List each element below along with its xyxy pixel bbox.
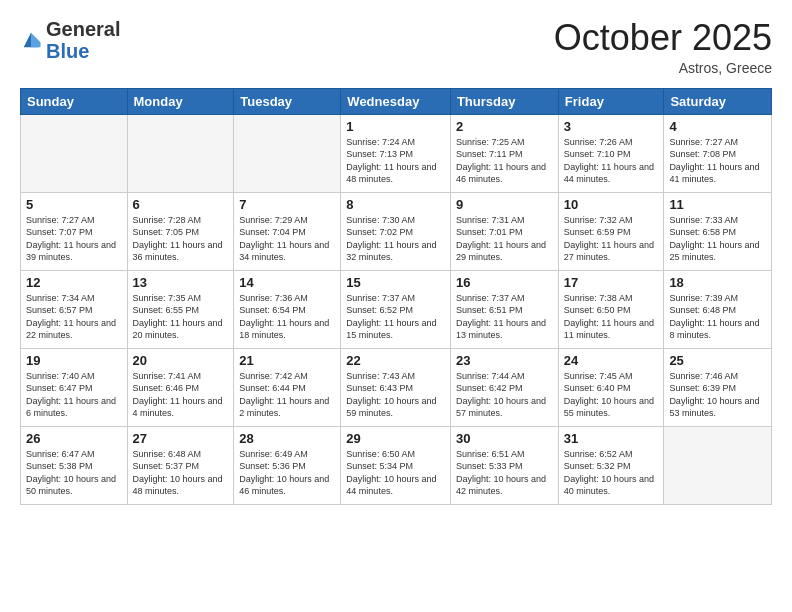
day-cell: 1Sunrise: 7:24 AM Sunset: 7:13 PM Daylig…: [341, 114, 451, 192]
day-info: Sunrise: 7:34 AM Sunset: 6:57 PM Dayligh…: [26, 292, 122, 342]
day-number: 26: [26, 431, 122, 446]
day-cell: 28Sunrise: 6:49 AM Sunset: 5:36 PM Dayli…: [234, 426, 341, 504]
day-info: Sunrise: 7:41 AM Sunset: 6:46 PM Dayligh…: [133, 370, 229, 420]
day-number: 5: [26, 197, 122, 212]
header-wednesday: Wednesday: [341, 88, 451, 114]
header: General Blue October 2025 Astros, Greece: [20, 18, 772, 76]
day-info: Sunrise: 6:51 AM Sunset: 5:33 PM Dayligh…: [456, 448, 553, 498]
day-cell: 18Sunrise: 7:39 AM Sunset: 6:48 PM Dayli…: [664, 270, 772, 348]
day-info: Sunrise: 6:50 AM Sunset: 5:34 PM Dayligh…: [346, 448, 445, 498]
day-number: 31: [564, 431, 659, 446]
day-info: Sunrise: 7:35 AM Sunset: 6:55 PM Dayligh…: [133, 292, 229, 342]
day-cell: 21Sunrise: 7:42 AM Sunset: 6:44 PM Dayli…: [234, 348, 341, 426]
day-cell: 3Sunrise: 7:26 AM Sunset: 7:10 PM Daylig…: [558, 114, 664, 192]
day-cell: 8Sunrise: 7:30 AM Sunset: 7:02 PM Daylig…: [341, 192, 451, 270]
day-number: 7: [239, 197, 335, 212]
day-info: Sunrise: 7:27 AM Sunset: 7:08 PM Dayligh…: [669, 136, 766, 186]
day-info: Sunrise: 7:26 AM Sunset: 7:10 PM Dayligh…: [564, 136, 659, 186]
day-info: Sunrise: 7:33 AM Sunset: 6:58 PM Dayligh…: [669, 214, 766, 264]
day-number: 10: [564, 197, 659, 212]
title-block: October 2025 Astros, Greece: [554, 18, 772, 76]
day-cell: 17Sunrise: 7:38 AM Sunset: 6:50 PM Dayli…: [558, 270, 664, 348]
day-info: Sunrise: 7:24 AM Sunset: 7:13 PM Dayligh…: [346, 136, 445, 186]
day-number: 29: [346, 431, 445, 446]
header-tuesday: Tuesday: [234, 88, 341, 114]
day-number: 20: [133, 353, 229, 368]
day-info: Sunrise: 7:27 AM Sunset: 7:07 PM Dayligh…: [26, 214, 122, 264]
logo-general: General: [46, 18, 120, 40]
day-number: 27: [133, 431, 229, 446]
day-cell: 31Sunrise: 6:52 AM Sunset: 5:32 PM Dayli…: [558, 426, 664, 504]
week-row-2: 5Sunrise: 7:27 AM Sunset: 7:07 PM Daylig…: [21, 192, 772, 270]
day-cell: 19Sunrise: 7:40 AM Sunset: 6:47 PM Dayli…: [21, 348, 128, 426]
header-saturday: Saturday: [664, 88, 772, 114]
logo: General Blue: [20, 18, 120, 62]
day-info: Sunrise: 7:44 AM Sunset: 6:42 PM Dayligh…: [456, 370, 553, 420]
day-number: 25: [669, 353, 766, 368]
day-number: 22: [346, 353, 445, 368]
logo-text: General Blue: [46, 18, 120, 62]
day-cell: 25Sunrise: 7:46 AM Sunset: 6:39 PM Dayli…: [664, 348, 772, 426]
day-number: 28: [239, 431, 335, 446]
day-number: 12: [26, 275, 122, 290]
day-info: Sunrise: 7:43 AM Sunset: 6:43 PM Dayligh…: [346, 370, 445, 420]
location: Astros, Greece: [554, 60, 772, 76]
day-info: Sunrise: 7:37 AM Sunset: 6:52 PM Dayligh…: [346, 292, 445, 342]
day-number: 11: [669, 197, 766, 212]
day-info: Sunrise: 7:38 AM Sunset: 6:50 PM Dayligh…: [564, 292, 659, 342]
svg-marker-1: [31, 33, 41, 48]
day-cell: 7Sunrise: 7:29 AM Sunset: 7:04 PM Daylig…: [234, 192, 341, 270]
day-cell: 4Sunrise: 7:27 AM Sunset: 7:08 PM Daylig…: [664, 114, 772, 192]
day-info: Sunrise: 7:32 AM Sunset: 6:59 PM Dayligh…: [564, 214, 659, 264]
day-cell: [234, 114, 341, 192]
day-info: Sunrise: 7:40 AM Sunset: 6:47 PM Dayligh…: [26, 370, 122, 420]
day-number: 8: [346, 197, 445, 212]
week-row-5: 26Sunrise: 6:47 AM Sunset: 5:38 PM Dayli…: [21, 426, 772, 504]
header-friday: Friday: [558, 88, 664, 114]
day-cell: 13Sunrise: 7:35 AM Sunset: 6:55 PM Dayli…: [127, 270, 234, 348]
day-cell: 20Sunrise: 7:41 AM Sunset: 6:46 PM Dayli…: [127, 348, 234, 426]
day-number: 15: [346, 275, 445, 290]
logo-blue: Blue: [46, 40, 89, 62]
day-cell: [127, 114, 234, 192]
day-number: 9: [456, 197, 553, 212]
header-sunday: Sunday: [21, 88, 128, 114]
day-number: 14: [239, 275, 335, 290]
day-cell: 12Sunrise: 7:34 AM Sunset: 6:57 PM Dayli…: [21, 270, 128, 348]
header-monday: Monday: [127, 88, 234, 114]
day-info: Sunrise: 7:45 AM Sunset: 6:40 PM Dayligh…: [564, 370, 659, 420]
day-cell: 9Sunrise: 7:31 AM Sunset: 7:01 PM Daylig…: [450, 192, 558, 270]
day-info: Sunrise: 7:46 AM Sunset: 6:39 PM Dayligh…: [669, 370, 766, 420]
day-cell: 27Sunrise: 6:48 AM Sunset: 5:37 PM Dayli…: [127, 426, 234, 504]
day-info: Sunrise: 7:25 AM Sunset: 7:11 PM Dayligh…: [456, 136, 553, 186]
day-cell: 29Sunrise: 6:50 AM Sunset: 5:34 PM Dayli…: [341, 426, 451, 504]
logo-icon: [20, 29, 42, 51]
day-number: 24: [564, 353, 659, 368]
day-info: Sunrise: 7:30 AM Sunset: 7:02 PM Dayligh…: [346, 214, 445, 264]
day-cell: 6Sunrise: 7:28 AM Sunset: 7:05 PM Daylig…: [127, 192, 234, 270]
day-number: 18: [669, 275, 766, 290]
day-cell: [21, 114, 128, 192]
header-thursday: Thursday: [450, 88, 558, 114]
day-cell: 14Sunrise: 7:36 AM Sunset: 6:54 PM Dayli…: [234, 270, 341, 348]
day-cell: 16Sunrise: 7:37 AM Sunset: 6:51 PM Dayli…: [450, 270, 558, 348]
day-info: Sunrise: 7:37 AM Sunset: 6:51 PM Dayligh…: [456, 292, 553, 342]
day-cell: 30Sunrise: 6:51 AM Sunset: 5:33 PM Dayli…: [450, 426, 558, 504]
day-cell: [664, 426, 772, 504]
day-number: 2: [456, 119, 553, 134]
month-title: October 2025: [554, 18, 772, 58]
day-info: Sunrise: 6:52 AM Sunset: 5:32 PM Dayligh…: [564, 448, 659, 498]
day-info: Sunrise: 7:31 AM Sunset: 7:01 PM Dayligh…: [456, 214, 553, 264]
day-number: 21: [239, 353, 335, 368]
day-cell: 11Sunrise: 7:33 AM Sunset: 6:58 PM Dayli…: [664, 192, 772, 270]
week-row-3: 12Sunrise: 7:34 AM Sunset: 6:57 PM Dayli…: [21, 270, 772, 348]
day-number: 17: [564, 275, 659, 290]
day-cell: 26Sunrise: 6:47 AM Sunset: 5:38 PM Dayli…: [21, 426, 128, 504]
day-number: 30: [456, 431, 553, 446]
day-number: 23: [456, 353, 553, 368]
page: General Blue October 2025 Astros, Greece…: [0, 0, 792, 612]
calendar-table: Sunday Monday Tuesday Wednesday Thursday…: [20, 88, 772, 505]
day-number: 4: [669, 119, 766, 134]
day-info: Sunrise: 7:42 AM Sunset: 6:44 PM Dayligh…: [239, 370, 335, 420]
day-info: Sunrise: 7:36 AM Sunset: 6:54 PM Dayligh…: [239, 292, 335, 342]
